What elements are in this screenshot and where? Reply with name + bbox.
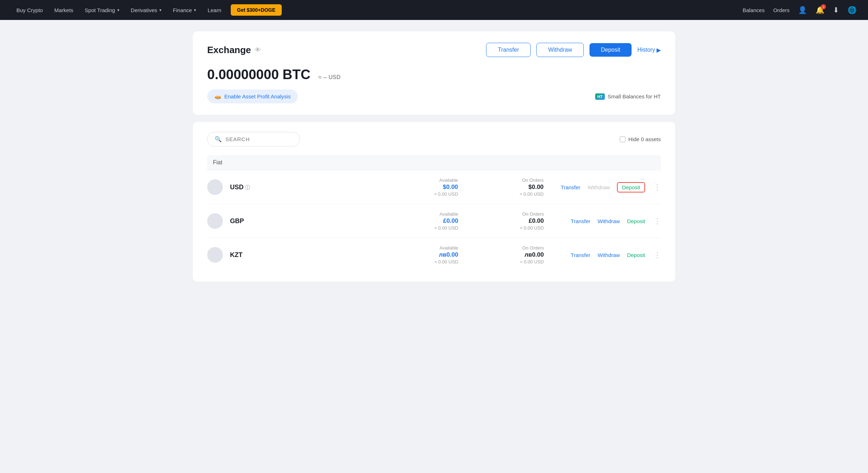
nav-right-section: Balances Orders 👤 🔔 1 ⬇ 🌐 — [742, 6, 857, 14]
notification-icon[interactable]: 🔔 1 — [816, 6, 824, 14]
on-orders-value: лв0.00 — [480, 251, 544, 258]
more-icon[interactable]: ⋮ — [654, 183, 661, 191]
hide-zero-row[interactable]: Hide 0 assets — [620, 136, 661, 142]
asset-icon — [207, 247, 223, 263]
nav-markets-label: Markets — [54, 7, 73, 13]
user-icon[interactable]: 👤 — [798, 6, 807, 14]
search-input[interactable] — [225, 136, 292, 142]
transfer-action[interactable]: Transfer — [571, 218, 590, 224]
nav-balances[interactable]: Balances — [742, 7, 765, 13]
exchange-footer: 🥧 Enable Asset Profit Analysis HT Small … — [207, 89, 661, 103]
transfer-button[interactable]: Transfer — [486, 43, 531, 57]
nav-learn-label: Learn — [208, 7, 221, 13]
usd-value: ≈ -- USD — [318, 74, 341, 80]
asset-symbol: KZT — [230, 251, 259, 259]
nav-buy-crypto[interactable]: Buy Crypto — [11, 0, 48, 20]
enable-analysis-label: Enable Asset Profit Analysis — [224, 93, 291, 99]
derivatives-chevron: ▾ — [159, 8, 162, 12]
deposit-action[interactable]: Deposit — [617, 182, 645, 192]
eye-icon[interactable]: 👁 — [255, 46, 261, 54]
available-label: Available — [394, 178, 458, 183]
assets-card: 🔍 Hide 0 assets Fiat USDⓘ Available $0.0… — [193, 122, 675, 282]
nav-finance-label: Finance — [173, 7, 192, 13]
on-orders-group: On Orders лв0.00 ≈ 0.00 USD — [480, 245, 544, 264]
finance-chevron: ▾ — [194, 8, 196, 12]
hide-zero-checkbox[interactable] — [620, 137, 626, 142]
history-link[interactable]: History ▶ — [637, 47, 661, 53]
more-icon[interactable]: ⋮ — [654, 217, 661, 225]
withdraw-button[interactable]: Withdraw — [536, 43, 584, 57]
row-actions: Transfer Withdraw Deposit ⋮ — [561, 251, 661, 259]
on-orders-group: On Orders £0.00 ≈ 0.00 USD — [480, 211, 544, 231]
nav-spot-trading[interactable]: Spot Trading ▾ — [80, 0, 124, 20]
available-usd: ≈ 0.00 USD — [394, 191, 458, 197]
assets-search-row: 🔍 Hide 0 assets — [207, 132, 661, 146]
exchange-title: Exchange — [207, 45, 251, 56]
available-label: Available — [394, 211, 458, 217]
available-group: Available $0.00 ≈ 0.00 USD — [394, 178, 458, 197]
deposit-action[interactable]: Deposit — [627, 252, 645, 258]
balance-btc: 0.00000000 BTC ≈ -- USD — [207, 67, 661, 82]
nav-learn[interactable]: Learn — [203, 0, 226, 20]
on-orders-label: On Orders — [480, 211, 544, 217]
asset-rows-container: USDⓘ Available $0.00 ≈ 0.00 USD On Order… — [207, 170, 661, 272]
globe-icon[interactable]: 🌐 — [848, 6, 857, 14]
on-orders-label: On Orders — [480, 245, 544, 251]
deposit-button[interactable]: Deposit — [589, 43, 632, 57]
withdraw-action[interactable]: Withdraw — [598, 218, 620, 224]
exchange-header: Exchange 👁 Transfer Withdraw Deposit His… — [207, 43, 661, 57]
search-icon: 🔍 — [215, 136, 222, 143]
transfer-action[interactable]: Transfer — [561, 184, 580, 190]
asset-symbol: USDⓘ — [230, 184, 259, 191]
info-icon[interactable]: ⓘ — [245, 185, 250, 190]
nav-derivatives-label: Derivatives — [131, 7, 157, 13]
table-row: USDⓘ Available $0.00 ≈ 0.00 USD On Order… — [207, 170, 661, 204]
nav-markets[interactable]: Markets — [49, 0, 78, 20]
hide-zero-label: Hide 0 assets — [628, 136, 661, 142]
on-orders-group: On Orders $0.00 ≈ 0.00 USD — [479, 178, 543, 197]
more-icon[interactable]: ⋮ — [654, 251, 661, 259]
withdraw-action[interactable]: Withdraw — [598, 252, 620, 258]
nav-cta-button[interactable]: Get $300+DOGE — [231, 4, 282, 16]
asset-icon — [207, 213, 223, 229]
small-balances-label: Small Balances for HT — [608, 93, 661, 99]
download-icon[interactable]: ⬇ — [833, 6, 839, 14]
row-actions: Transfer Withdraw Deposit ⋮ — [561, 182, 661, 192]
available-group: Available £0.00 ≈ 0.00 USD — [394, 211, 458, 231]
fiat-section-label: Fiat — [207, 155, 661, 170]
nav-buy-crypto-label: Buy Crypto — [16, 7, 43, 13]
notification-badge: 1 — [821, 4, 826, 9]
btc-value: 0.00000000 BTC — [207, 67, 310, 82]
asset-symbol: GBP — [230, 217, 259, 225]
on-orders-value: £0.00 — [480, 217, 544, 225]
transfer-action[interactable]: Transfer — [571, 252, 590, 258]
pie-icon: 🥧 — [214, 93, 221, 100]
nav-derivatives[interactable]: Derivatives ▾ — [126, 0, 167, 20]
deposit-action[interactable]: Deposit — [627, 218, 645, 224]
available-label: Available — [394, 245, 458, 251]
available-usd: ≈ 0.00 USD — [394, 259, 458, 264]
navbar: Buy Crypto Markets Spot Trading ▾ Deriva… — [0, 0, 868, 20]
small-balances-button[interactable]: HT Small Balances for HT — [595, 93, 661, 100]
row-actions: Transfer Withdraw Deposit ⋮ — [561, 217, 661, 225]
available-value: лв0.00 — [394, 251, 458, 258]
available-value: £0.00 — [394, 217, 458, 225]
nav-spot-trading-label: Spot Trading — [85, 7, 115, 13]
header-actions: Transfer Withdraw Deposit History ▶ — [486, 43, 661, 57]
on-orders-usd: ≈ 0.00 USD — [480, 225, 544, 231]
exchange-title-row: Exchange 👁 — [207, 45, 261, 56]
withdraw-action[interactable]: Withdraw — [588, 184, 610, 190]
on-orders-label: On Orders — [479, 178, 543, 183]
on-orders-usd: ≈ 0.00 USD — [480, 259, 544, 264]
history-arrow: ▶ — [657, 47, 661, 53]
nav-finance[interactable]: Finance ▾ — [168, 0, 201, 20]
on-orders-value: $0.00 — [479, 184, 543, 191]
asset-icon — [207, 179, 223, 195]
table-row: GBP Available £0.00 ≈ 0.00 USD On Orders… — [207, 204, 661, 238]
nav-orders[interactable]: Orders — [773, 7, 790, 13]
table-row: KZT Available лв0.00 ≈ 0.00 USD On Order… — [207, 238, 661, 272]
enable-analysis-button[interactable]: 🥧 Enable Asset Profit Analysis — [207, 89, 298, 103]
ht-badge: HT — [595, 93, 605, 100]
exchange-card: Exchange 👁 Transfer Withdraw Deposit His… — [193, 31, 675, 115]
search-box[interactable]: 🔍 — [207, 132, 300, 146]
